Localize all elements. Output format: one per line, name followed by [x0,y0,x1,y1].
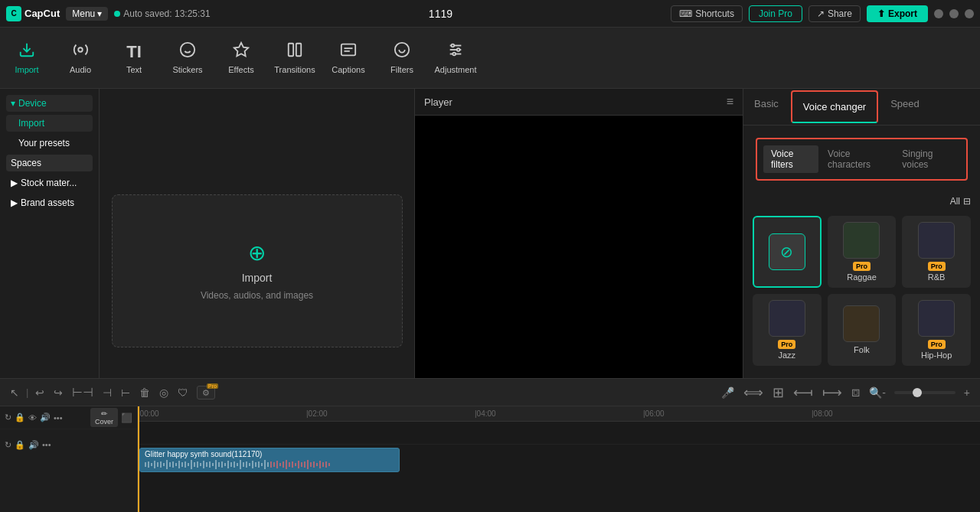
timeline-btn-4[interactable]: ⟼ [818,382,846,403]
tool-adjustment[interactable]: Adjustment [429,28,482,89]
delete-button[interactable]: 🗑 [136,384,154,401]
svg-rect-68 [298,461,299,468]
maximize-button[interactable] [949,9,959,18]
effect-item-hiphop[interactable]: Pro Hip-Hop [902,294,971,366]
timeline-btn-5[interactable]: ⧈ [848,382,864,403]
tool-stickers[interactable]: Stickers [161,28,214,89]
timeline-btn-1[interactable]: ⟺ [740,382,767,403]
shield-button[interactable]: 🛡 [174,384,192,401]
svg-rect-41 [215,460,217,469]
subtab-voice-characters[interactable]: Voice characters [820,145,893,173]
svg-rect-30 [181,462,183,467]
cover-icon: ✏ [95,409,113,418]
trim-start-button[interactable]: ⊣ [99,384,116,401]
svg-point-15 [452,44,455,47]
filters-icon [394,41,410,62]
pro-tool-button[interactable]: ⚙ Pro [197,386,215,398]
tool-audio[interactable]: Audio [54,28,107,89]
all-filter-button[interactable]: All ⊟ [950,196,971,207]
sidebar-item-presets[interactable]: Your presets [6,135,93,152]
svg-rect-73 [313,461,315,468]
effect-jazz-icon [769,300,805,337]
ruler-mark-1: |02:00 [306,409,328,418]
split-button[interactable]: ⊢⊣ [68,383,97,402]
undo-button[interactable]: ↩ [31,384,48,401]
sidebar-item-device[interactable]: ▾ Device [6,95,93,112]
stickers-icon [179,41,196,62]
effect-item-folk[interactable]: Folk [828,294,897,366]
redo-button[interactable]: ↪ [50,384,67,401]
window-controls [934,9,974,18]
tab-voice-changer[interactable]: Voice changer [791,90,878,123]
sidebar-item-spaces[interactable]: Spaces [6,155,93,171]
raggae-pro-badge: Pro [853,262,871,271]
tool-import[interactable]: Import [0,28,54,89]
svg-point-2 [181,43,194,57]
zoom-in-button[interactable]: + [960,384,974,401]
tab-speed[interactable]: Speed [880,89,930,125]
svg-rect-71 [307,460,309,469]
effect-item-raggae[interactable]: Pro Raggae [828,216,897,288]
stabilize-button[interactable]: ◎ [155,384,172,401]
tab-basic[interactable]: Basic [743,89,789,125]
tool-transitions[interactable]: Transitions [268,28,322,89]
svg-rect-26 [169,462,171,467]
zoom-out-button[interactable]: 🔍- [865,384,890,401]
svg-rect-55 [258,461,260,468]
svg-rect-24 [163,463,165,466]
logo-icon: C [6,6,21,21]
minimize-button[interactable] [934,9,943,18]
subtab-singing-voices[interactable]: Singing voices [894,145,960,173]
svg-rect-77 [325,461,327,468]
app-name: CapCut [24,8,60,19]
sidebar-item-import[interactable]: Import [6,115,93,132]
export-icon: ⬆ [877,8,885,19]
audio-clip-label: Glitter happy synth sound(112170) [145,450,394,458]
tool-effects[interactable]: Effects [214,28,268,89]
player-menu-icon[interactable]: ≡ [727,95,733,109]
tab-basic-label: Basic [754,98,779,109]
menu-button[interactable]: Menu ▾ [66,7,108,21]
export-button[interactable]: ⬆ Export [867,5,928,22]
audio-label: Audio [70,65,91,74]
svg-rect-19 [148,461,149,468]
svg-rect-23 [160,461,162,468]
effect-item-none[interactable]: ⊘ [753,216,822,288]
timeline-btn-3[interactable]: ⟻ [789,382,817,403]
share-button[interactable]: ↗ Share [808,5,861,22]
zoom-slider[interactable] [894,391,956,394]
tool-captions[interactable]: Captions [322,28,375,89]
tool-filters[interactable]: Filters [375,28,429,89]
mic-button[interactable]: 🎤 [717,384,738,401]
effect-item-rnb[interactable]: Pro R&B [902,216,971,288]
svg-rect-64 [286,460,287,469]
audio-clip[interactable]: Glitter happy synth sound(112170) [139,448,400,472]
hiphop-pro-badge: Pro [928,340,946,349]
sidebar-import-label: Import [18,118,44,129]
svg-rect-63 [283,461,284,468]
player-header: Player ≡ [415,89,743,116]
cover-button[interactable]: ✏ Cover [90,408,118,427]
effect-item-jazz[interactable]: Pro Jazz [753,294,822,366]
import-area[interactable]: ⊕ Import Videos, audios, and images [112,194,403,347]
timeline-btn-2[interactable]: ⊞ [769,382,788,403]
project-id: 1119 [429,8,452,20]
tool-text[interactable]: TI Text [107,28,161,89]
sidebar-item-stock[interactable]: ▶ Stock mater... [6,174,93,191]
adjustment-label: Adjustment [434,65,476,74]
sidebar-stock-label: Stock mater... [21,178,77,188]
trim-end-button[interactable]: ⊢ [117,384,134,401]
video-track-controls: ↻ 🔒 👁 🔊 ••• ✏ Cover ⬛ [0,406,137,429]
raggae-label: Raggae [847,272,877,282]
shortcuts-button[interactable]: ⌨ Shortcuts [671,5,743,22]
svg-point-11 [395,43,409,57]
sidebar-item-brand[interactable]: ▶ Brand assets [6,194,93,211]
subtab-voice-filters[interactable]: Voice filters [763,145,818,173]
close-button[interactable] [965,9,974,18]
audio-track: Glitter happy synth sound(112170) [138,445,980,475]
svg-rect-37 [203,461,204,468]
join-pro-button[interactable]: Join Pro [749,5,802,22]
svg-rect-27 [172,461,174,468]
autosave-dot-icon [114,11,120,17]
select-tool-button[interactable]: ↖ [6,384,23,401]
